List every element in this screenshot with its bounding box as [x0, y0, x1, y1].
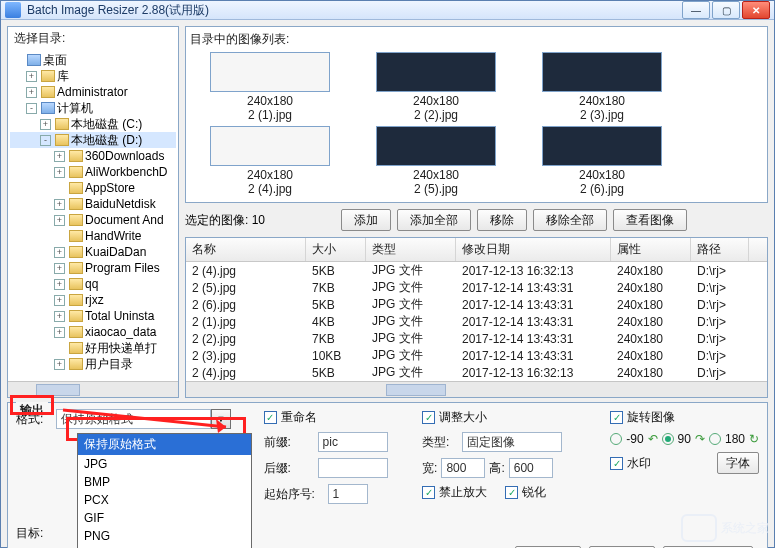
remove-all-button[interactable]: 移除全部 [533, 209, 607, 231]
table-header[interactable]: 修改日期 [456, 238, 611, 261]
remove-button[interactable]: 移除 [477, 209, 527, 231]
suffix-input[interactable] [318, 458, 388, 478]
sharpen-checkbox[interactable]: ✓ [505, 486, 518, 499]
table-hscrollbar[interactable] [186, 381, 767, 397]
tree-node[interactable]: +AliWorkbenchD [10, 164, 176, 180]
resize-type-combo[interactable]: 固定图像 [462, 432, 562, 452]
tree-node[interactable]: +360Downloads [10, 148, 176, 164]
startnum-input[interactable]: 1 [328, 484, 368, 504]
selected-label: 选定的图像: [185, 213, 248, 227]
watermark-checkbox[interactable]: ✓ [610, 457, 623, 470]
dropdown-item[interactable]: BMP [78, 473, 251, 491]
selection-toolbar: 选定的图像: 10 添加 添加全部 移除 移除全部 查看图像 [185, 207, 768, 233]
table-row[interactable]: 2 (4).jpg5KBJPG 文件2017-12-13 16:32:13240… [186, 364, 767, 381]
resize-type-label: 类型: [422, 434, 458, 451]
rotate-ccw-icon: ↶ [648, 432, 658, 446]
rotate-pos90-radio[interactable] [662, 433, 674, 445]
close-button[interactable]: ✕ [742, 1, 770, 19]
dropdown-item[interactable]: PNG [78, 527, 251, 545]
no-upscale-label: 禁止放大 [439, 484, 487, 501]
tree-node[interactable]: +BaiduNetdisk [10, 196, 176, 212]
table-header[interactable]: 类型 [366, 238, 456, 261]
tree-node[interactable]: +Document And [10, 212, 176, 228]
dropdown-item[interactable]: 保持原始格式 [78, 434, 251, 455]
rotate-neg90-label: -90 [626, 432, 643, 446]
rotate-180-label: 180 [725, 432, 745, 446]
format-combo[interactable]: 保持原始格式 ▼ [56, 409, 231, 429]
table-row[interactable]: 2 (6).jpg5KBJPG 文件2017-12-14 13:43:31240… [186, 296, 767, 313]
thumbnail-header: 目录中的图像列表: [190, 31, 763, 48]
window-title: Batch Image Resizer 2.88(试用版) [27, 2, 682, 19]
rotate-checkbox[interactable]: ✓ [610, 411, 623, 424]
add-button[interactable]: 添加 [341, 209, 391, 231]
tree-node[interactable]: +本地磁盘 (C:) [10, 116, 176, 132]
target-label: 目标: [16, 525, 52, 542]
tree-node[interactable]: +qq [10, 276, 176, 292]
width-input[interactable]: 800 [441, 458, 485, 478]
table-row[interactable]: 2 (1).jpg4KBJPG 文件2017-12-14 13:43:31240… [186, 313, 767, 330]
table-header[interactable]: 名称 [186, 238, 306, 261]
tree-node[interactable]: +Program Files [10, 260, 176, 276]
dropdown-item[interactable]: JPG [78, 455, 251, 473]
rotate-180-radio[interactable] [709, 433, 721, 445]
app-icon [5, 2, 21, 18]
format-label: 格式: [16, 411, 52, 428]
file-table[interactable]: 名称大小类型修改日期属性路径 2 (4).jpg5KBJPG 文件2017-12… [185, 237, 768, 398]
tree-node[interactable]: +rjxz [10, 292, 176, 308]
table-header[interactable]: 大小 [306, 238, 366, 261]
folder-tree-header: 选择目录: [8, 27, 178, 50]
format-dropdown[interactable]: 保持原始格式JPGBMPPCXGIFPNGTIF [77, 433, 252, 548]
tree-node[interactable]: -本地磁盘 (D:) [10, 132, 176, 148]
tree-node[interactable]: AppStore [10, 180, 176, 196]
rotate-neg90-radio[interactable] [610, 433, 622, 445]
width-label: 宽: [422, 460, 437, 477]
selected-count: 10 [252, 213, 265, 227]
suffix-label: 后缀: [264, 460, 314, 477]
dropdown-item[interactable]: PCX [78, 491, 251, 509]
table-header[interactable]: 路径 [691, 238, 749, 261]
sharpen-label: 锐化 [522, 484, 546, 501]
output-panel: 输出 格式: 保持原始格式 ▼ 保持原始格式JPGBMPPCXGIFPNGTIF [7, 402, 768, 548]
no-upscale-checkbox[interactable]: ✓ [422, 486, 435, 499]
tree-node[interactable]: +KuaiDaDan [10, 244, 176, 260]
watermark-label: 水印 [627, 455, 651, 472]
thumbnail-item[interactable]: 240x1802 (4).jpg [200, 126, 340, 196]
tree-node[interactable]: +用户目录 [10, 356, 176, 372]
tree-node[interactable]: +Total Uninsta [10, 308, 176, 324]
font-button[interactable]: 字体 [717, 452, 759, 474]
titlebar[interactable]: Batch Image Resizer 2.88(试用版) — ▢ ✕ [1, 1, 774, 20]
minimize-button[interactable]: — [682, 1, 710, 19]
height-input[interactable]: 600 [509, 458, 553, 478]
prefix-input[interactable]: pic [318, 432, 388, 452]
folder-tree[interactable]: 桌面+库+Administrator-计算机+本地磁盘 (C:)-本地磁盘 (D… [8, 50, 178, 381]
tree-node[interactable]: +Administrator [10, 84, 176, 100]
table-row[interactable]: 2 (5).jpg7KBJPG 文件2017-12-14 13:43:31240… [186, 279, 767, 296]
thumbnail-item[interactable]: 240x1802 (5).jpg [366, 126, 506, 196]
thumbnail-item[interactable]: 240x1802 (3).jpg [532, 52, 672, 122]
format-value: 保持原始格式 [56, 409, 211, 429]
thumbnail-item[interactable]: 240x1802 (2).jpg [366, 52, 506, 122]
rename-checkbox[interactable]: ✓ [264, 411, 277, 424]
tree-node[interactable]: HandWrite [10, 228, 176, 244]
tree-node[interactable]: 好用快递单打 [10, 340, 176, 356]
tree-node[interactable]: -计算机 [10, 100, 176, 116]
resize-checkbox[interactable]: ✓ [422, 411, 435, 424]
chevron-down-icon[interactable]: ▼ [211, 409, 231, 429]
dropdown-item[interactable]: GIF [78, 509, 251, 527]
tree-hscrollbar[interactable] [8, 381, 178, 397]
table-row[interactable]: 2 (2).jpg7KBJPG 文件2017-12-14 13:43:31240… [186, 330, 767, 347]
tree-node[interactable]: +库 [10, 68, 176, 84]
tree-node[interactable]: 桌面 [10, 52, 176, 68]
resize-label: 调整大小 [439, 409, 487, 426]
maximize-button[interactable]: ▢ [712, 1, 740, 19]
thumbnail-item[interactable]: 240x1802 (1).jpg [200, 52, 340, 122]
table-header[interactable]: 属性 [611, 238, 691, 261]
table-row[interactable]: 2 (4).jpg5KBJPG 文件2017-12-13 16:32:13240… [186, 262, 767, 279]
startnum-label: 起始序号: [264, 486, 324, 503]
add-all-button[interactable]: 添加全部 [397, 209, 471, 231]
thumbnail-item[interactable]: 240x1802 (6).jpg [532, 126, 672, 196]
table-row[interactable]: 2 (3).jpg10KBJPG 文件2017-12-14 13:43:3124… [186, 347, 767, 364]
view-image-button[interactable]: 查看图像 [613, 209, 687, 231]
main-window: Batch Image Resizer 2.88(试用版) — ▢ ✕ 选择目录… [0, 0, 775, 548]
tree-node[interactable]: +xiaocao_data [10, 324, 176, 340]
